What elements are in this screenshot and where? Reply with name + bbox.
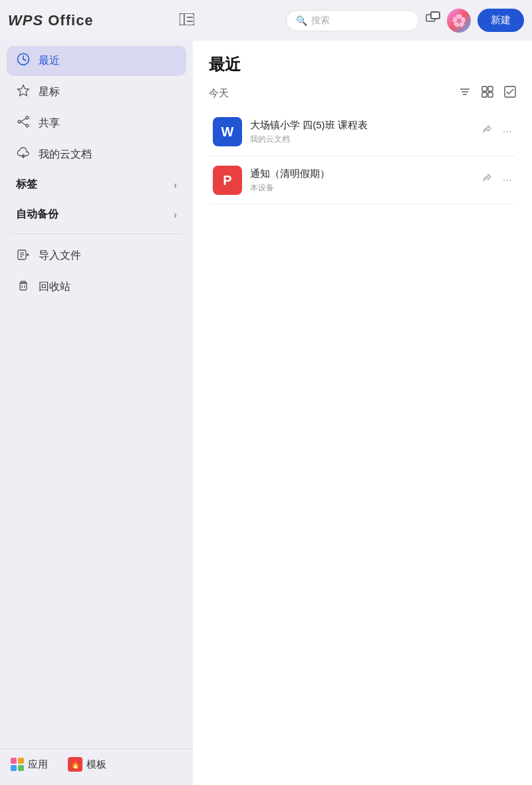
sidebar-footer: 应用 🔥 模板 xyxy=(0,748,193,780)
svg-rect-5 xyxy=(431,12,440,19)
logo-office: Office xyxy=(48,12,93,29)
svg-line-9 xyxy=(23,59,26,61)
import-icon xyxy=(16,247,31,264)
share-icon xyxy=(16,115,31,132)
svg-rect-30 xyxy=(482,86,487,91)
svg-rect-31 xyxy=(488,86,493,91)
svg-rect-34 xyxy=(505,86,515,97)
top-right: 🔍 搜索 🌸 新建 xyxy=(286,9,524,33)
main-layout: 最近 星标 xyxy=(0,41,532,785)
svg-rect-33 xyxy=(488,92,493,97)
check-icon[interactable] xyxy=(504,86,516,101)
avatar[interactable]: 🌸 xyxy=(447,9,471,33)
sidebar-divider xyxy=(11,234,182,234)
section-actions xyxy=(459,86,516,101)
footer-templates[interactable]: 🔥 模板 xyxy=(68,757,106,772)
filter-icon[interactable] xyxy=(459,86,471,101)
svg-point-13 xyxy=(18,120,21,123)
sidebar-nav: 最近 星标 xyxy=(0,46,193,170)
sidebar-item-recent-label: 最近 xyxy=(39,54,60,68)
svg-rect-32 xyxy=(482,92,487,97)
file-location-2: 本设备 xyxy=(250,182,473,194)
file-item-1[interactable]: W 大场镇小学 四(5)班 课程表 我的云文档 ··· xyxy=(209,108,516,156)
sidebar-item-cloud[interactable]: 我的云文档 xyxy=(7,140,186,170)
trash-icon xyxy=(16,279,31,295)
file-icon-word: W xyxy=(213,117,242,146)
share-file-icon-2[interactable] xyxy=(481,173,492,188)
auto-backup-label: 自动备份 xyxy=(16,208,59,222)
star-icon xyxy=(16,84,31,100)
share-file-icon-1[interactable] xyxy=(481,124,492,139)
sidebar-bottom-nav: 导入文件 回收站 xyxy=(0,241,193,302)
sidebar: 最近 星标 xyxy=(0,41,193,785)
svg-rect-0 xyxy=(180,13,194,25)
file-location-1: 我的云文档 xyxy=(250,134,473,145)
app-logo: WPS Office xyxy=(8,12,94,29)
sidebar-item-import-label: 导入文件 xyxy=(39,249,81,263)
file-name-2: 通知（清明假期） xyxy=(250,168,473,180)
template-icon: 🔥 xyxy=(68,757,82,772)
sidebar-section-tags[interactable]: 标签 › xyxy=(0,170,193,200)
cloud-icon xyxy=(16,146,31,163)
search-bar[interactable]: 🔍 搜索 xyxy=(286,10,419,31)
new-button[interactable]: 新建 xyxy=(477,9,524,32)
sidebar-toggle-icon[interactable] xyxy=(180,13,194,28)
today-label: 今天 xyxy=(209,87,229,100)
multi-window-icon[interactable] xyxy=(426,11,440,29)
file-info-2: 通知（清明假期） 本设备 xyxy=(250,168,473,194)
sidebar-item-trash[interactable]: 回收站 xyxy=(7,272,186,302)
top-bar: WPS Office 🔍 搜索 🌸 新建 xyxy=(0,0,532,41)
file-icon-presentation: P xyxy=(213,166,242,195)
search-icon: 🔍 xyxy=(296,15,307,26)
search-placeholder: 搜索 xyxy=(311,15,330,27)
more-options-icon-2[interactable]: ··· xyxy=(503,174,512,187)
file-list: W 大场镇小学 四(5)班 课程表 我的云文档 ··· xyxy=(209,108,516,205)
sidebar-item-share-label: 共享 xyxy=(39,116,60,130)
page-title: 最近 xyxy=(209,54,516,75)
sidebar-item-star[interactable]: 星标 xyxy=(7,77,186,107)
more-options-icon-1[interactable]: ··· xyxy=(503,125,512,138)
recent-icon xyxy=(16,53,31,69)
sidebar-section-auto-backup[interactable]: 自动备份 › xyxy=(0,200,193,230)
logo-area: WPS Office xyxy=(8,12,194,29)
tags-chevron-icon: › xyxy=(174,180,177,190)
auto-backup-chevron-icon: › xyxy=(174,210,177,220)
sidebar-item-share[interactable]: 共享 xyxy=(7,108,186,138)
sidebar-item-star-label: 星标 xyxy=(39,85,60,99)
file-actions-1: ··· xyxy=(481,124,512,139)
content-area: 最近 今天 xyxy=(193,41,532,785)
logo-wps: WPS xyxy=(8,12,43,29)
sidebar-item-recent[interactable]: 最近 xyxy=(7,46,186,76)
file-actions-2: ··· xyxy=(481,173,512,188)
file-name-1: 大场镇小学 四(5)班 课程表 xyxy=(250,119,473,132)
section-header-today: 今天 xyxy=(209,86,516,101)
sidebar-item-import[interactable]: 导入文件 xyxy=(7,241,186,271)
sidebar-item-trash-label: 回收站 xyxy=(39,280,70,294)
footer-templates-label: 模板 xyxy=(86,758,106,771)
tags-label: 标签 xyxy=(16,178,37,192)
svg-line-15 xyxy=(21,122,26,125)
svg-marker-10 xyxy=(18,85,29,96)
footer-apps[interactable]: 应用 xyxy=(11,757,48,772)
sidebar-item-cloud-label: 我的云文档 xyxy=(39,148,92,162)
footer-apps-label: 应用 xyxy=(28,758,48,771)
file-item-2[interactable]: P 通知（清明假期） 本设备 ··· xyxy=(209,156,516,205)
svg-line-14 xyxy=(21,118,26,122)
svg-point-11 xyxy=(26,116,29,119)
file-info-1: 大场镇小学 四(5)班 课程表 我的云文档 xyxy=(250,119,473,145)
layout-icon[interactable] xyxy=(481,86,493,101)
svg-point-12 xyxy=(26,124,29,127)
svg-rect-24 xyxy=(20,283,27,290)
apps-grid-icon xyxy=(11,758,24,771)
